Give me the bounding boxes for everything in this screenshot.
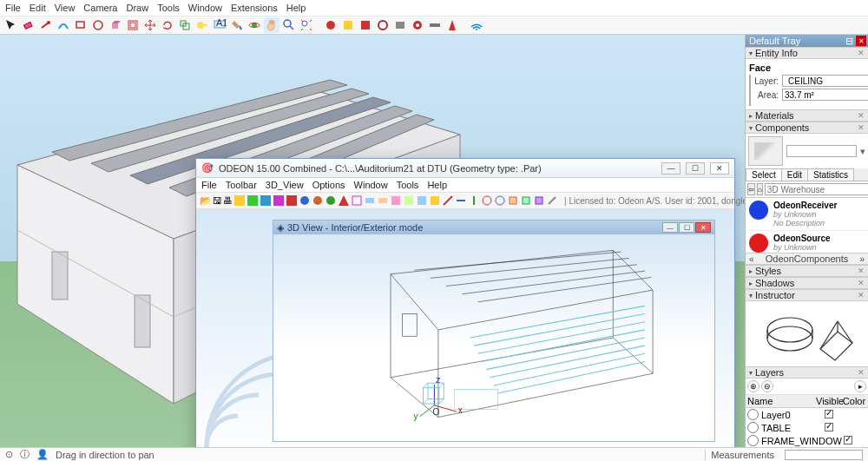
plugin-icon[interactable]	[340, 17, 356, 33]
pin-icon[interactable]: ⊟	[844, 36, 854, 46]
odeon-tool-icon[interactable]	[468, 194, 480, 207]
table-row[interactable]: Layer0	[746, 408, 868, 421]
col-visible[interactable]: Visible	[816, 396, 842, 406]
plugin-icon[interactable]	[358, 17, 373, 33]
inner-max-button[interactable]: ☐	[679, 222, 694, 233]
list-item[interactable]: OdeonSource by Unknown No Description	[746, 231, 868, 253]
move-tool-icon[interactable]	[142, 17, 158, 33]
plugin-icon[interactable]	[444, 17, 460, 33]
odeon-tool-icon[interactable]	[286, 194, 298, 207]
tray-title[interactable]: Default Tray ⊟ ✕	[746, 35, 868, 47]
scale-tool-icon[interactable]	[177, 17, 193, 33]
odeon-window[interactable]: 🎯 ODEON 15.00 Combined - C:\...\Auditori…	[195, 158, 735, 447]
odeon-tool-icon[interactable]	[390, 194, 402, 207]
table-row[interactable]: TABLE	[746, 421, 868, 434]
component-name-field[interactable]	[786, 145, 857, 157]
odeon-menu-item[interactable]: 3D_View	[266, 180, 304, 190]
visible-checkbox[interactable]	[825, 423, 833, 431]
odeon-tool-icon[interactable]	[494, 194, 506, 207]
plugin-icon[interactable]	[427, 17, 443, 33]
odeon-tool-icon[interactable]	[377, 194, 389, 207]
layer-active-radio[interactable]	[747, 422, 759, 433]
visible-checkbox[interactable]	[825, 410, 833, 418]
odeon-menu-item[interactable]: Toolbar	[226, 180, 257, 190]
menu-edit[interactable]: Edit	[30, 3, 46, 13]
panel-close-icon[interactable]: ✕	[858, 123, 865, 132]
odeon-tool-icon[interactable]	[260, 194, 272, 207]
odeon-3dview-canvas[interactable]: x y z O	[273, 234, 714, 441]
pushpull-tool-icon[interactable]	[108, 17, 123, 33]
odeon-menu-item[interactable]: Options	[312, 180, 345, 190]
odeon-tool-icon[interactable]	[546, 194, 558, 207]
zoom-tool-icon[interactable]	[281, 17, 297, 33]
odeon-tool-icon[interactable]	[507, 194, 519, 207]
odeon-menu-item[interactable]: Window	[354, 180, 388, 190]
inner-close-button[interactable]: ✕	[695, 222, 711, 233]
circle-tool-icon[interactable]	[90, 17, 106, 33]
odeon-tool-icon[interactable]	[520, 194, 532, 207]
menu-view[interactable]: View	[55, 3, 76, 13]
odeon-tool-icon[interactable]: 📂	[200, 194, 212, 207]
viewport-3d[interactable]: 🎯 ODEON 15.00 Combined - C:\...\Auditori…	[0, 35, 745, 447]
odeon-tool-icon[interactable]	[416, 194, 428, 207]
panel-close-icon[interactable]: ✕	[858, 368, 865, 377]
menu-draw[interactable]: Draw	[126, 3, 148, 13]
chevron-down-icon[interactable]: ▾	[860, 146, 865, 157]
inner-min-button[interactable]: —	[662, 222, 678, 233]
odeon-tool-icon[interactable]	[481, 194, 493, 207]
tab-statistics[interactable]: Statistics	[807, 168, 854, 181]
odeon-tool-icon[interactable]	[429, 194, 441, 207]
panel-close-icon[interactable]: ✕	[858, 267, 865, 275]
tab-select[interactable]: Select	[746, 168, 782, 181]
odeon-tool-icon[interactable]	[338, 194, 350, 207]
panel-close-icon[interactable]: ✕	[858, 49, 865, 57]
component-thumb-icon[interactable]	[748, 136, 783, 166]
odeon-min-button[interactable]: —	[661, 162, 681, 175]
odeon-menu-item[interactable]: Help	[427, 180, 447, 190]
odeon-tool-icon[interactable]	[247, 194, 259, 207]
components-head[interactable]: Components ✕	[746, 122, 868, 134]
plugin-icon[interactable]	[375, 17, 391, 33]
nav-back-icon[interactable]: ⇦	[747, 183, 755, 195]
table-row[interactable]: FRAME_WINDOW	[746, 434, 868, 447]
odeon-tool-icon[interactable]	[351, 194, 363, 207]
menu-help[interactable]: Help	[286, 3, 306, 13]
layer-select[interactable]: CEILING	[782, 75, 868, 87]
arc-tool-icon[interactable]	[56, 17, 71, 33]
add-layer-button[interactable]: ⊕	[747, 380, 760, 392]
odeon-tool-icon[interactable]: 🖫	[213, 194, 222, 207]
layers-head[interactable]: Layers ✕	[746, 366, 868, 379]
panel-close-icon[interactable]: ✕	[858, 291, 865, 300]
odeon-tool-icon[interactable]	[403, 194, 415, 207]
odeon-tool-icon[interactable]	[299, 194, 311, 207]
layer-active-radio[interactable]	[747, 409, 759, 420]
wifi-icon[interactable]	[469, 17, 484, 33]
col-name[interactable]: Name	[747, 396, 816, 406]
offset-tool-icon[interactable]	[125, 17, 141, 33]
measurements-input[interactable]	[785, 450, 863, 460]
entity-info-head[interactable]: Entity Info ✕	[746, 47, 868, 59]
menu-file[interactable]: File	[5, 3, 21, 13]
odeon-menu-item[interactable]: Tools	[397, 180, 419, 190]
menu-camera[interactable]: Camera	[83, 3, 117, 13]
odeon-3dview-titlebar[interactable]: ◈ 3D View - Interior/Exterior mode — ☐ ✕	[273, 221, 714, 234]
collection-selector[interactable]: OdeonComponents	[746, 253, 868, 265]
remove-layer-button[interactable]: ⊖	[761, 380, 773, 392]
user-icon[interactable]: 👤	[36, 449, 49, 460]
home-icon[interactable]: ⌂	[757, 183, 763, 195]
plugin-icon[interactable]	[323, 17, 339, 33]
odeon-tool-icon[interactable]	[233, 194, 246, 207]
odeon-tool-icon[interactable]	[455, 194, 467, 207]
search-input[interactable]	[765, 183, 868, 195]
rectangle-tool-icon[interactable]	[73, 17, 89, 33]
odeon-max-button[interactable]: ☐	[686, 162, 705, 175]
odeon-tool-icon[interactable]	[273, 194, 285, 207]
zoomext-tool-icon[interactable]	[299, 17, 314, 33]
visible-checkbox[interactable]	[844, 436, 852, 445]
geo-icon[interactable]: ⊙	[5, 449, 13, 460]
odeon-tool-icon[interactable]	[325, 194, 337, 207]
line-tool-icon[interactable]	[38, 17, 54, 33]
list-item[interactable]: OdeonReceiver by Unknown No Description	[746, 198, 868, 231]
odeon-3dview-window[interactable]: ◈ 3D View - Interior/Exterior mode — ☐ ✕	[273, 220, 715, 442]
menu-extensions[interactable]: Extensions	[231, 3, 278, 13]
